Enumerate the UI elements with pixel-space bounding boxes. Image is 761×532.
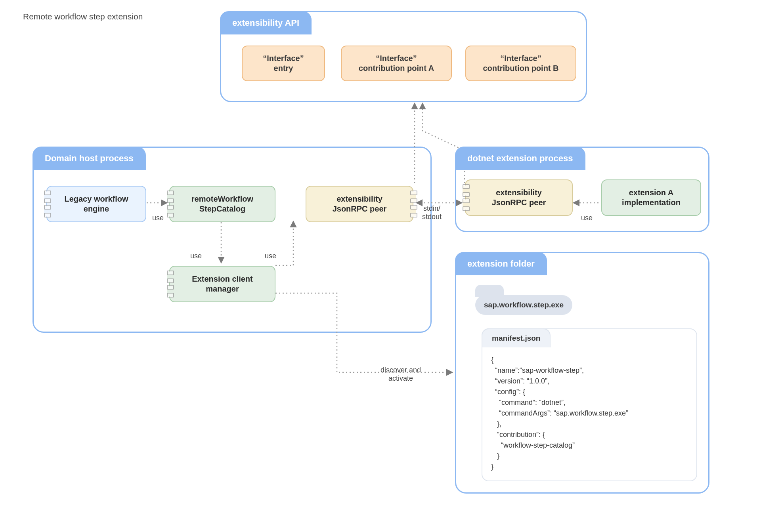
port-icon: [167, 206, 172, 216]
text: implementation: [622, 198, 681, 208]
text: engine: [84, 204, 109, 214]
container-extensibility-api: extensibility API “Interface” entry “Int…: [220, 11, 587, 102]
text: JsonRPC peer: [333, 204, 387, 214]
text: JsonRPC peer: [492, 198, 546, 208]
text: remoteWorkflow: [191, 194, 253, 204]
box-interface-cpb: “Interface” contribution point B: [465, 46, 576, 81]
container-domain-host: Domain host process Legacy workflow engi…: [33, 147, 432, 333]
text: Extension client: [192, 274, 252, 284]
box-extension-client-manager: Extension client manager: [169, 266, 275, 302]
text: manager: [206, 284, 239, 294]
text: “Interface”: [376, 53, 417, 63]
text: extension A: [629, 188, 674, 198]
box-remote-workflow-step-catalog: remoteWorkflow StepCatalog: [169, 186, 275, 222]
label-use: use: [152, 214, 164, 222]
page-title: Remote workflow step extension: [23, 12, 143, 21]
box-extension-a-implementation: extension A implementation: [601, 179, 701, 216]
file-manifest-body: { “name”:“sap-workflow-step”, “version”:…: [491, 355, 688, 472]
port-icon: [410, 206, 416, 216]
port-icon: [463, 186, 468, 195]
box-dotnet-jsonrpc-peer: extensibility JsonRPC peer: [465, 179, 573, 216]
label-use: use: [190, 252, 202, 260]
port-icon: [167, 286, 172, 296]
text: contribution point B: [483, 63, 558, 73]
container-title-host: Domain host process: [33, 147, 146, 170]
text: extensibility: [496, 188, 542, 198]
port-icon: [44, 192, 50, 202]
label-discover-activate: discover and activate: [380, 366, 421, 383]
text: StepCatalog: [199, 204, 246, 214]
port-icon: [463, 200, 468, 210]
box-legacy-workflow-engine: Legacy workflow engine: [46, 186, 146, 222]
text: Legacy workflow: [64, 194, 128, 204]
label-use: use: [581, 214, 593, 222]
text: “Interface”: [500, 53, 541, 63]
text: extensibility: [337, 194, 382, 204]
container-title-api: extensibility API: [220, 11, 312, 34]
container-title-folder: extension folder: [455, 252, 547, 275]
port-icon: [167, 192, 172, 202]
box-host-jsonrpc-peer: extensibility JsonRPC peer: [306, 186, 413, 222]
label-stdio: stdin/ stdout: [422, 204, 442, 221]
file-manifest-title: manifest.json: [482, 328, 551, 347]
text: “Interface”: [263, 53, 304, 63]
file-manifest-card: manifest.json { “name”:“sap-workflow-ste…: [482, 328, 697, 481]
label-use: use: [265, 252, 276, 260]
text: contribution point A: [359, 63, 434, 73]
file-exe: sap.workflow.step.exe: [475, 295, 572, 315]
port-icon: [410, 192, 416, 202]
box-interface-entry: “Interface” entry: [242, 46, 325, 81]
port-icon: [44, 206, 50, 216]
container-extension-folder: extension folder sap.workflow.step.exe m…: [455, 252, 709, 494]
box-interface-cpa: “Interface” contribution point A: [341, 46, 452, 81]
container-title-dotnet: dotnet extension process: [455, 147, 585, 170]
text: entry: [274, 63, 293, 73]
port-icon: [167, 272, 172, 282]
